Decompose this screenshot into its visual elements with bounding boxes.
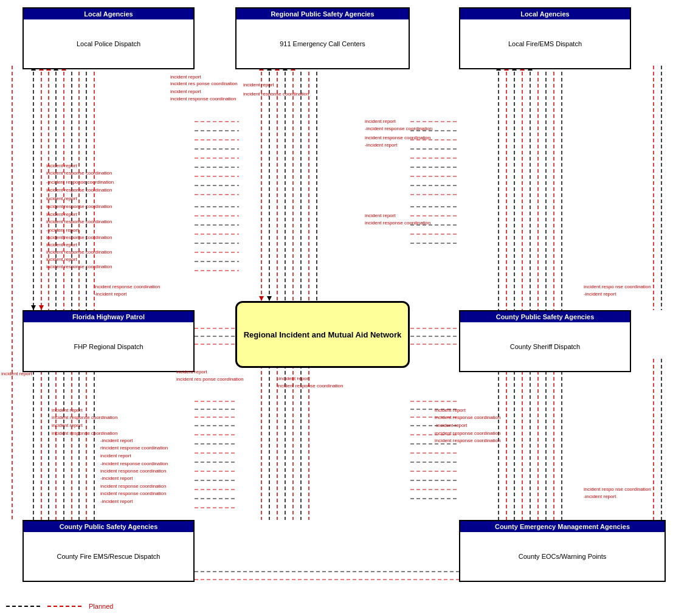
label-fhp-2: -incident report	[94, 291, 126, 297]
legend-line-red	[47, 606, 84, 607]
label-right-6: -incident report	[365, 142, 397, 148]
label-fr-4: -incident report	[584, 494, 616, 499]
label-center-1: incident report	[170, 74, 201, 80]
diagram-container: Local Agencies Local Police Dispatch Reg…	[0, 0, 687, 616]
regional-911-node: Regional Public Safety Agencies 911 Emer…	[235, 7, 410, 69]
legend-label: Planned	[89, 603, 113, 610]
label-cb-4: incident response coordination	[277, 383, 344, 389]
label-br-2: incident response coordination	[435, 415, 501, 420]
fhp-header: Florida Highway Patrol	[24, 311, 193, 322]
label-irc-2: -incident response coordination	[46, 179, 114, 185]
label-irc-3: incident response coordination	[46, 187, 112, 193]
local-fire-node: Local Agencies Local Fire/EMS Dispatch	[459, 7, 631, 69]
local-fire-body: Local Fire/EMS Dispatch	[460, 19, 630, 68]
label-bl-3: incident report	[52, 423, 83, 428]
label-fr-2: -incident report	[584, 291, 616, 297]
label-center-6: incident response coordination	[243, 91, 309, 97]
county-eoc-body: County EOCs/Warning Points	[460, 532, 665, 581]
label-bl-5: -incident report	[100, 438, 133, 443]
county-sheriff-body: County Sheriff Dispatch	[460, 322, 630, 371]
label-br-5: incident response coordination	[435, 438, 501, 443]
county-eoc-header: County Emergency Management Agencies	[460, 521, 665, 532]
regional-911-header: Regional Public Safety Agencies	[236, 9, 409, 19]
local-police-body: Local Police Dispatch	[24, 19, 193, 68]
county-fire-header: County Public Safety Agencies	[24, 521, 193, 532]
label-cb-3: -incident report	[277, 376, 309, 381]
label-bl-7: incident report	[100, 453, 131, 459]
svg-marker-126	[39, 305, 44, 310]
label-irc-8: incident response coordination	[46, 264, 112, 269]
label-cb-1: incident report	[176, 369, 207, 375]
label-br-4: incident response coordination	[435, 431, 501, 436]
local-police-node: Local Agencies Local Police Dispatch	[22, 7, 195, 69]
label-irc-7: incident response coordination	[46, 249, 112, 255]
label-bl-6: rincident response coordination	[100, 445, 168, 451]
label-ir-4: incident report	[46, 212, 77, 217]
county-eoc-node: County Emergency Management Agencies Cou…	[459, 520, 666, 582]
county-sheriff-header: County Public Safety Agencies	[460, 311, 630, 322]
label-center-3: incident report	[243, 82, 274, 88]
label-br-3: -incident report	[435, 423, 467, 428]
fhp-body: FHP Regional Dispatch	[24, 322, 193, 371]
label-fr-3: incident respo nse coordination	[584, 486, 651, 492]
center-node: Regional Incident and Mutual Aid Network	[235, 301, 410, 368]
local-police-header: Local Agencies	[24, 9, 193, 19]
label-right-3: incident report	[365, 119, 396, 124]
label-bl-13: -incident report	[100, 499, 133, 504]
label-irc-5: incident response coordination	[46, 219, 112, 224]
label-bl-1: incident report	[52, 407, 83, 413]
label-ir-2: incident report	[46, 163, 77, 168]
label-bl-11: incident response coordination	[100, 483, 167, 489]
svg-marker-133	[267, 296, 272, 301]
label-bl-2: incident response coordination	[52, 415, 118, 420]
label-fhp-1: incident response coordination	[94, 284, 161, 289]
label-ir-1: incident report	[1, 371, 32, 376]
regional-911-body: 911 Emergency Call Centers	[236, 19, 409, 68]
label-fr-1: incident respo nse coordination	[584, 284, 651, 289]
label-irc-4: incident response coordination	[46, 204, 112, 209]
center-node-label: Regional Incident and Mutual Aid Network	[238, 324, 408, 345]
label-center-4: incident report	[170, 89, 201, 94]
label-ir-5: -incident report	[46, 227, 78, 233]
label-right-4: -incident response coordination	[365, 126, 432, 131]
county-fire-body: County Fire EMS/Rescue Dispatch	[24, 532, 193, 581]
label-bl-10: -incident report	[100, 476, 133, 481]
label-right-5: incident response coordination	[365, 135, 431, 140]
legend-line-black	[6, 606, 43, 607]
legend: Planned	[6, 603, 113, 610]
county-fire-node: County Public Safety Agencies County Fir…	[22, 520, 195, 582]
svg-marker-125	[31, 305, 36, 310]
label-ir-3: incident report	[46, 196, 77, 201]
label-bl-8: -incident response coordination	[100, 461, 168, 466]
svg-marker-132	[259, 296, 264, 301]
label-bl-4: incident response coordination	[52, 431, 118, 436]
county-sheriff-node: County Public Safety Agencies County She…	[459, 310, 631, 372]
label-center-5: incident response coordination	[170, 96, 236, 102]
label-br-1: incident report	[435, 407, 466, 413]
label-irc-6: incident response coordination	[46, 235, 112, 240]
fhp-node: Florida Highway Patrol FHP Regional Disp…	[22, 310, 195, 372]
label-bl-12: incident response coordination	[100, 491, 167, 496]
label-ir-7: incident report	[46, 257, 77, 262]
label-right-1: incident report	[365, 213, 396, 218]
local-fire-header: Local Agencies	[460, 9, 630, 19]
label-bl-9: incident response coordination	[100, 468, 167, 474]
label-right-2: incident response coordination	[365, 220, 431, 226]
label-ir-6: incident report	[46, 242, 77, 247]
label-cb-2: incident res ponse coordination	[176, 376, 244, 382]
label-center-2: incident res ponse coordination	[170, 81, 238, 86]
label-irc-1: incident response coordination	[46, 170, 112, 176]
